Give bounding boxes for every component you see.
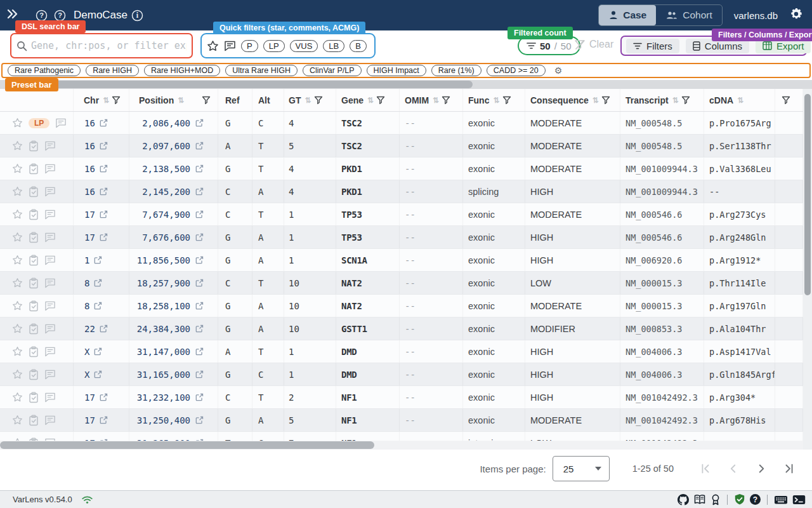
acmg-pill[interactable]: P: [241, 40, 258, 52]
comment-icon[interactable]: [44, 415, 56, 425]
acmg-pill[interactable]: VUS: [290, 40, 318, 52]
settings-gear-icon[interactable]: [789, 7, 803, 23]
table-row[interactable]: 16 2,138,500 G T 4 PKD1 -- exonic MODERA…: [0, 157, 803, 180]
column-filter-icon[interactable]: [442, 96, 450, 105]
comment-icon[interactable]: [44, 255, 56, 265]
sort-icon[interactable]: ⇅: [672, 96, 679, 105]
comment-icon[interactable]: [55, 117, 67, 128]
external-link-icon[interactable]: [100, 187, 108, 196]
column-header[interactable]: Chr ⇅: [74, 89, 129, 111]
external-link-icon[interactable]: [94, 347, 102, 356]
clipboard-check-icon[interactable]: [29, 369, 39, 380]
sort-icon[interactable]: ⇅: [304, 96, 311, 105]
github-icon[interactable]: [678, 494, 689, 505]
sort-icon[interactable]: ⇅: [367, 96, 374, 105]
star-icon[interactable]: [12, 209, 23, 220]
table-row[interactable]: 1 11,856,500 G A 1 SCN1A -- exonic HIGH …: [0, 249, 803, 272]
external-link-icon[interactable]: [195, 142, 204, 150]
star-icon[interactable]: [12, 300, 23, 311]
clipboard-check-icon[interactable]: [29, 209, 39, 220]
help-icon[interactable]: ?: [750, 494, 761, 505]
clipboard-check-icon[interactable]: [29, 232, 39, 243]
preset-chip[interactable]: Rare Pathogenic: [8, 65, 81, 76]
column-header[interactable]: Ref: [218, 89, 252, 111]
sort-icon[interactable]: ⇅: [433, 96, 439, 105]
preset-chip[interactable]: Ultra Rare HIGH: [225, 65, 298, 76]
external-link-icon[interactable]: [100, 393, 108, 401]
comment-icon[interactable]: [44, 209, 56, 220]
horizontal-scrollbar-top[interactable]: [0, 80, 812, 89]
star-filter-icon[interactable]: [207, 40, 219, 52]
comment-icon[interactable]: [44, 163, 56, 174]
first-page-button[interactable]: [691, 455, 719, 483]
table-row[interactable]: 17 31,250,400 G A 5 NF1 -- exonic MODERA…: [0, 409, 803, 432]
docs-book-icon[interactable]: [693, 494, 706, 505]
scrollbar-thumb[interactable]: [0, 441, 374, 449]
table-row[interactable]: 17 31,232,100 C T 2 NF1 -- exonic HIGH N…: [0, 386, 803, 409]
star-icon[interactable]: [12, 415, 23, 425]
star-icon[interactable]: [12, 163, 23, 174]
award-icon[interactable]: [710, 494, 721, 505]
shield-check-icon[interactable]: [734, 493, 745, 505]
column-filter-icon[interactable]: [112, 96, 121, 105]
horizontal-scrollbar-bottom[interactable]: [0, 441, 803, 450]
external-link-icon[interactable]: [195, 233, 204, 241]
clipboard-check-icon[interactable]: [29, 186, 39, 197]
preset-settings-gear-icon[interactable]: ⚙: [554, 65, 563, 76]
comment-icon[interactable]: [44, 323, 56, 334]
star-icon[interactable]: [12, 392, 23, 403]
column-header[interactable]: Transcript ⇅: [620, 89, 704, 111]
column-filter-icon[interactable]: [782, 96, 790, 105]
preset-chip[interactable]: Rare HIGH: [86, 65, 139, 76]
star-icon[interactable]: [12, 323, 23, 334]
star-icon[interactable]: [12, 255, 23, 265]
column-filter-icon[interactable]: [202, 96, 211, 105]
external-link-icon[interactable]: [195, 302, 204, 310]
table-row[interactable]: LP 16 2,086,400 G C 4 TSC2: [0, 112, 803, 135]
comment-icon[interactable]: [44, 140, 56, 151]
external-link-icon[interactable]: [195, 347, 204, 356]
preset-chip[interactable]: HIGH Impact: [367, 65, 426, 76]
clipboard-check-icon[interactable]: [29, 163, 39, 175]
column-filter-icon[interactable]: [376, 96, 385, 105]
external-link-icon[interactable]: [195, 164, 204, 173]
comment-icon[interactable]: [44, 346, 56, 357]
filters-button[interactable]: Filters: [626, 39, 679, 53]
previous-page-button[interactable]: [719, 455, 747, 483]
vertical-scrollbar[interactable]: [803, 89, 812, 450]
external-link-icon[interactable]: [100, 324, 108, 333]
comment-icon[interactable]: [44, 369, 56, 380]
external-link-icon[interactable]: [94, 370, 102, 378]
sort-icon[interactable]: ⇅: [103, 96, 109, 105]
external-link-icon[interactable]: [100, 119, 108, 127]
search-input[interactable]: [31, 40, 187, 51]
preset-chip[interactable]: CADD >= 20: [487, 65, 546, 76]
table-row[interactable]: 17 7,676,600 G A 1 TP53 -- exonic HIGH N…: [0, 226, 803, 249]
comment-icon[interactable]: [44, 392, 56, 403]
external-link-icon[interactable]: [195, 256, 204, 264]
clipboard-check-icon[interactable]: [29, 140, 39, 152]
star-icon[interactable]: [12, 346, 23, 357]
clipboard-check-icon[interactable]: [29, 323, 39, 335]
column-header[interactable]: [775, 89, 803, 111]
table-row[interactable]: X 31,147,000 A T 1 DMD -- exonic HIGH NM…: [0, 340, 803, 363]
external-link-icon[interactable]: [195, 187, 204, 196]
clipboard-check-icon[interactable]: [29, 346, 39, 358]
clipboard-check-icon[interactable]: [29, 300, 39, 312]
column-header[interactable]: GT ⇅: [284, 89, 336, 111]
help-icon[interactable]: ?: [36, 10, 48, 22]
help-icon-2[interactable]: ?: [54, 10, 66, 22]
column-header[interactable]: [0, 89, 74, 111]
external-link-icon[interactable]: [195, 210, 204, 218]
column-header[interactable]: Consequence ⇅: [525, 89, 620, 111]
sort-icon[interactable]: ⇅: [178, 96, 184, 105]
terminal-icon[interactable]: [792, 495, 806, 505]
star-icon[interactable]: [12, 117, 23, 128]
next-page-button[interactable]: [747, 455, 775, 483]
scrollbar-thumb[interactable]: [804, 94, 811, 295]
column-header[interactable]: Alt: [252, 89, 284, 111]
preset-chip[interactable]: Rare HIGH+MOD: [144, 65, 220, 76]
comment-icon[interactable]: [44, 277, 56, 288]
star-icon[interactable]: [12, 140, 23, 151]
star-icon[interactable]: [12, 232, 23, 243]
